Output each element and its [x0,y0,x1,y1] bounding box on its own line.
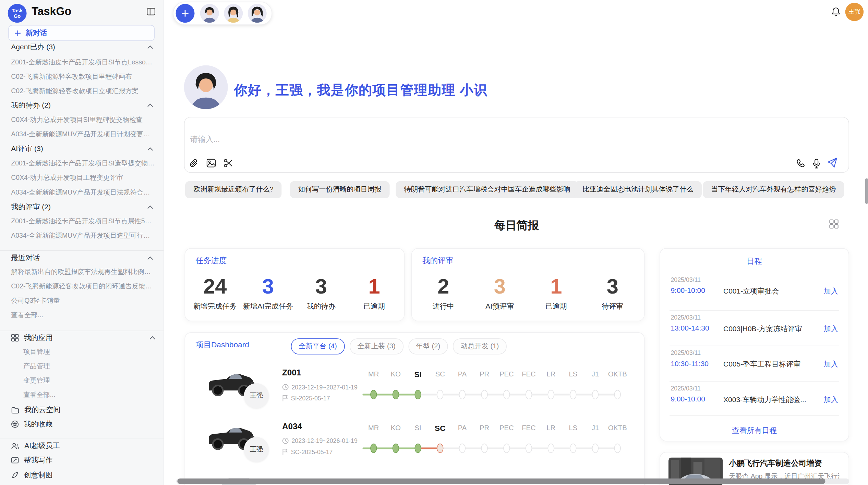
join-meeting-link[interactable]: 加入 [824,395,838,405]
sidebar-item[interactable]: Z001-全新燃油轻卡产品开发项目SI节点属性5D文件评审 [11,216,156,225]
project-owner-badge: 王强 [244,383,269,408]
clock-icon [282,437,289,444]
tab-powertrain[interactable]: 动总开发 (1) [453,338,506,355]
sidebar-item-cloud-space[interactable]: 我的云空间 [11,405,156,415]
my-apps-label: 我的应用 [24,333,144,343]
chevron-up-icon[interactable] [147,45,153,49]
milestone-dot [547,444,554,453]
section-header-recent-chats[interactable]: 最近对话 [11,254,154,263]
write-icon [11,456,19,464]
sidebar-item-favorites[interactable]: 我的收藏 [11,419,156,429]
chevron-up-icon[interactable] [149,336,156,340]
project-row[interactable]: 王强 Z001 2023-12-19~2027-01-19 SI-2025-05… [185,365,645,418]
section-header-my-review[interactable]: 我的评审 (2) [11,203,154,212]
milestone-dot [481,390,487,399]
section-header-ai-review[interactable]: AI评审 (3) [11,145,154,153]
recent-chat-item[interactable]: 公司Q3轻卡销量 [11,296,156,305]
suggestion-chip[interactable]: 比亚迪全固态电池计划具体说了什么 [574,181,702,198]
milestone-dot-done [370,390,377,399]
sidebar-item[interactable]: Z001-全新燃油轻卡产品开发项目SI造型提交物评审 [11,159,156,168]
microphone-icon[interactable] [812,158,821,169]
add-agent-button[interactable] [176,4,195,23]
tab-year-model[interactable]: 年型 (2) [408,338,448,355]
news-title[interactable]: 小鹏飞行汽车制造公司增资 [729,459,822,469]
collapse-sidebar-icon[interactable] [146,7,156,16]
layout-grid-icon[interactable] [829,219,839,228]
app-item-change-mgmt[interactable]: 变更管理 [23,376,156,385]
section-title: 最近对话 [11,253,40,263]
view-all-apps-link[interactable]: 查看全部... [23,390,156,399]
sidebar-item[interactable]: C0X4-动力总成开发项目SI里程碑提交物检查 [11,115,156,124]
chat-input[interactable] [189,134,690,144]
project-row[interactable]: 王强 A034 2023-12-19~2026-01-19 SC-2025-05… [185,419,645,471]
section-header-agent-done[interactable]: Agent已办 (3) [11,42,154,51]
schedule-date: 2025/03/11 [671,349,701,356]
screenshot-scissors-icon[interactable] [224,158,233,167]
view-all-schedule-link[interactable]: 查看所有日程 [660,426,849,436]
tab-new-body[interactable]: 全新上装 (3) [350,338,403,355]
chevron-up-icon[interactable] [147,147,153,151]
sidebar-item[interactable]: A034-全新新能源MUV产品开发项目计划变更表编写 [11,129,156,138]
plus-icon [181,9,190,18]
join-meeting-link[interactable]: 加入 [824,286,838,296]
section-header-my-todo[interactable]: 我的待办 (2) [11,101,154,110]
voice-call-icon[interactable] [796,158,806,168]
task-progress-title: 任务进度 [196,256,227,266]
agent-avatar[interactable] [200,4,219,23]
join-meeting-link[interactable]: 加入 [824,324,838,334]
notification-bell-icon[interactable] [831,7,841,17]
stat-pending-review: 3 待评审 [584,270,641,316]
milestone-dot [481,444,487,453]
horizontal-scrollbar-thumb[interactable] [177,478,825,484]
send-icon[interactable] [827,157,838,169]
stat-label: 待评审 [602,301,623,311]
sidebar-item-creative-drawing[interactable]: 创意制图 [11,470,156,480]
stat-value: 1 [368,275,380,297]
sidebar-item[interactable]: C02-飞腾新能源轻客改款项目立项汇报方案 [11,86,156,95]
project-dates: 2023-12-19~2027-01-19 [282,383,358,391]
agent-avatar[interactable] [224,4,243,23]
app-item-product-mgmt[interactable]: 产品管理 [23,362,156,371]
sidebar-item-my-apps[interactable]: 我的应用 [11,333,156,343]
schedule-time: 9:00-10:00 [671,395,705,403]
insert-image-icon[interactable] [206,158,216,167]
suggestion-chip[interactable]: 如何写一份清晰的项目周报 [290,181,390,198]
app-item-project-mgmt[interactable]: 项目管理 [23,347,156,356]
vertical-scrollbar-thumb[interactable] [865,178,868,204]
stat-new-ai-completed: 3 新增AI完成任务 [242,270,295,316]
flag-text: SI-2025-05-17 [291,395,330,401]
divider [670,381,839,382]
folder-icon [11,406,19,413]
sidebar-item[interactable]: Z001-全新燃油皮卡产品开发项目SI节点Lesson Learn报告 [11,58,156,66]
stat-value: 24 [203,275,227,297]
milestone-label: OKTB [606,423,629,433]
join-meeting-link[interactable]: 加入 [824,359,838,369]
recent-chat-item[interactable]: C02-飞腾新能源轻客改款项目的闭环通告反馈情况 [11,282,156,291]
user-avatar[interactable]: 王强 [845,3,864,21]
chevron-up-icon[interactable] [147,205,153,209]
chevron-up-icon[interactable] [147,103,153,108]
stat-label: 新增完成任务 [193,301,237,311]
suggestion-chip[interactable]: 特朗普可能对进口汽车增税会对中国车企造成哪些影响 [396,181,579,198]
attach-file-icon[interactable] [189,158,198,168]
plus-icon [14,30,21,36]
sidebar-item[interactable]: A034-全新新能源MUV产品开发项目造型可行性评审 [11,231,156,240]
suggestion-chip[interactable]: 欧洲新规最近颁布了什么? [185,181,282,198]
task-progress-stats: 24 新增完成任务 3 新增AI完成任务 3 我的待办 1 已逾期 [189,270,401,316]
view-all-chats-link[interactable]: 查看全部... [11,311,156,320]
chevron-up-icon[interactable] [147,256,153,260]
suggestion-chip[interactable]: 当下年轻人对汽车外观有怎样的喜好趋势 [703,181,844,198]
recent-chat-item[interactable]: 解释最新出台的欧盟报废车法规再生塑料比例被调至15%... [11,268,156,276]
sidebar-item[interactable]: C0X4-动力总成开发项目工程变更评审 [11,173,156,182]
sidebar-item[interactable]: A034-全新新能源MUV产品开发项目法规符合性评审 [11,188,156,197]
app-logo: Task Go [8,4,27,23]
sidebar-item-ai-employees[interactable]: AI超级员工 [11,441,156,451]
stat-new-completed: 24 新增完成任务 [189,270,242,316]
sidebar-item[interactable]: C02-飞腾新能源轻客改款项目里程碑画布 [11,72,156,81]
new-chat-button[interactable]: 新对话 [8,25,155,41]
stat-value: 3 [315,275,327,297]
sidebar-item-help-writing[interactable]: 帮我写作 [11,455,156,465]
stat-label: 新增AI完成任务 [243,301,293,311]
tab-all-new-platform[interactable]: 全新平台 (4) [291,338,345,355]
agent-avatar[interactable] [248,4,267,23]
